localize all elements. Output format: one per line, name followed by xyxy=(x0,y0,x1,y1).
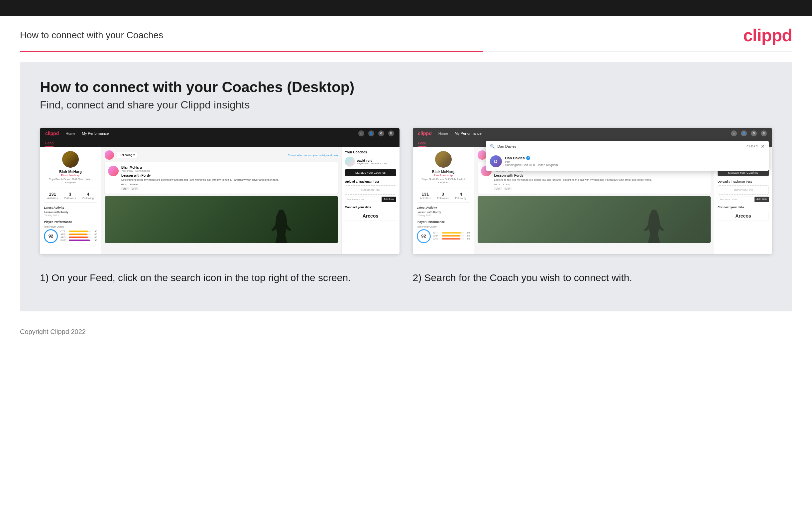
tag-app-2: APP xyxy=(504,187,512,190)
feed-tab-item-2[interactable]: Feed xyxy=(418,141,426,147)
arg-track xyxy=(69,237,91,238)
feed-tab-item[interactable]: Feed xyxy=(45,141,53,147)
result-avatar: D xyxy=(490,155,502,167)
coach-name-right: David Ford xyxy=(357,159,387,162)
trackman-input-2[interactable]: Trackman Link xyxy=(718,197,753,202)
arg-value-2: 86 xyxy=(465,238,470,240)
page-title: How to connect with your Coaches xyxy=(20,30,163,41)
lesson-info: Blair McHarg Yesterday · Sunningdale Les… xyxy=(121,166,335,190)
player-performance-2: Player Performance Total Player Quality … xyxy=(417,220,470,243)
arccos-logo-2: Arccos xyxy=(718,211,769,221)
ott-track-2 xyxy=(442,232,464,234)
app-fill xyxy=(69,234,87,235)
search-result[interactable]: D Dan Davies ✓ Pro Sunningdale Golf Club… xyxy=(486,152,769,171)
connect-data-title-2: Connect your data xyxy=(718,206,769,209)
activity-date: 03 Aug 2022 xyxy=(44,214,97,217)
following-button[interactable]: Following ▾ xyxy=(117,152,138,158)
tag-ott: OTT xyxy=(121,187,129,190)
quality-section: 92 OTT 90 APP xyxy=(44,229,97,243)
app-nav-1: clippd Home My Performance ⌕ 👤 ⚙ B xyxy=(40,128,399,139)
trackman-section-2: Upload a Trackman Test Trackman Link Tra… xyxy=(718,180,769,202)
avatar-icon[interactable]: B xyxy=(388,130,394,136)
quality-bars-2: OTT 90 APP 85 xyxy=(433,231,470,241)
search-query[interactable]: Dan Davies xyxy=(497,144,744,149)
putt-value: 96 xyxy=(92,239,97,242)
top-bar xyxy=(0,0,812,16)
trackman-input[interactable]: Trackman Link xyxy=(345,197,381,202)
app-value: 85 xyxy=(92,233,97,236)
ott-bar: OTT 90 xyxy=(60,230,97,232)
result-role: Pro xyxy=(505,160,765,163)
captions-row: 1) On your Feed, click on the search ico… xyxy=(40,271,772,285)
coach-avatar-right xyxy=(345,157,355,167)
followers-value-2: 3 xyxy=(437,192,448,197)
search-clear-button[interactable]: CLEAR xyxy=(747,145,758,148)
quality-score: 92 xyxy=(44,229,58,243)
nav-my-performance[interactable]: My Performance xyxy=(82,131,109,135)
add-link-button-2[interactable]: Add Link xyxy=(755,197,769,202)
manage-coaches-button[interactable]: Manage Your Coaches xyxy=(345,169,396,176)
connect-data-title: Connect your data xyxy=(345,206,396,209)
nav-my-performance-2[interactable]: My Performance xyxy=(455,131,482,135)
arg-bar-2: ARG 86 xyxy=(433,238,470,240)
profile-avatar xyxy=(62,151,79,168)
search-close-button[interactable]: ✕ xyxy=(761,144,765,149)
app-nav-2: clippd Home My Performance ⌕ 👤 ⚙ B xyxy=(413,128,772,139)
nav-home-2[interactable]: Home xyxy=(438,131,448,135)
connect-data-section: Connect your data Arccos xyxy=(345,206,396,221)
tag-app: APP xyxy=(131,187,139,190)
ott-fill-2 xyxy=(442,232,461,234)
trackman-link-box: Trackman Link xyxy=(345,185,396,195)
coaches-title: Your Coaches xyxy=(345,151,396,154)
search-icon-2[interactable]: ⌕ xyxy=(731,130,737,136)
app-label: APP xyxy=(60,233,68,236)
control-link[interactable]: Control who can see your activity and da… xyxy=(288,154,338,157)
photo-area-2 xyxy=(478,196,711,243)
page-footer: Copyright Clippd 2022 xyxy=(0,322,812,349)
app-right-1: Your Coaches David Ford Royal North Devo… xyxy=(341,147,399,254)
quality-section-2: 92 OTT 90 APP xyxy=(417,229,470,243)
settings-icon[interactable]: ⚙ xyxy=(378,130,384,136)
lesson-card: Blair McHarg Yesterday · Sunningdale Les… xyxy=(105,162,338,194)
ott-bar-2: OTT 90 xyxy=(433,231,470,234)
activities-label-2: Activities xyxy=(420,197,431,200)
latest-activity: Latest Activity Lesson with Fordy 03 Aug… xyxy=(44,206,97,217)
arg-label: ARG xyxy=(60,236,68,239)
latest-activity-title: Latest Activity xyxy=(44,206,97,209)
section-subtitle: Find, connect and share your Clippd insi… xyxy=(40,99,772,111)
arccos-logo: Arccos xyxy=(345,211,396,221)
header-divider xyxy=(20,51,792,52)
profile-section: Blair McHarg Plus Handicap Royal North D… xyxy=(44,151,97,185)
trackman-title: Upload a Trackman Test xyxy=(345,180,396,183)
result-club: Sunningdale Golf Club, United Kingdom xyxy=(505,163,765,167)
profile-section-2: Blair McHarg Plus Handicap Royal North D… xyxy=(417,151,470,185)
nav-home[interactable]: Home xyxy=(65,131,75,135)
followers-label: Followers xyxy=(64,197,76,200)
feed-tab: Feed xyxy=(40,139,399,147)
user-icon[interactable]: 👤 xyxy=(368,130,374,136)
copyright-text: Copyright Clippd 2022 xyxy=(20,328,86,335)
user-icon-2[interactable]: 👤 xyxy=(741,130,747,136)
avatar-icon-2[interactable]: B xyxy=(761,130,767,136)
following-value: 4 xyxy=(83,192,94,197)
following-label-2: Following xyxy=(456,197,467,200)
caption-2: 2) Search for the Coach you wish to conn… xyxy=(413,271,772,285)
avatar-img-2 xyxy=(435,151,452,168)
putt-bar: PUTT 96 xyxy=(60,239,97,242)
lesson-coach-avatar xyxy=(105,151,114,160)
trackman-title-2: Upload a Trackman Test xyxy=(718,180,769,183)
add-link-button[interactable]: Add Link xyxy=(382,197,396,202)
profile-club: Royal North Devon Golf Club, United King… xyxy=(44,178,97,185)
coach-avatar xyxy=(108,166,118,176)
tag-ott-2: OTT xyxy=(494,187,502,190)
result-name: Dan Davies ✓ xyxy=(505,156,765,160)
putt-label: PUTT xyxy=(60,239,68,242)
activities-value: 131 xyxy=(47,192,58,197)
activities-label: Activities xyxy=(47,197,58,200)
profile-handicap: Plus Handicap xyxy=(44,174,97,177)
trackman-section: Upload a Trackman Test Trackman Link Tra… xyxy=(345,180,396,202)
settings-icon-2[interactable]: ⚙ xyxy=(751,130,757,136)
perf-title-2: Player Performance xyxy=(417,220,470,223)
app-mockup-1: clippd Home My Performance ⌕ 👤 ⚙ B Feed xyxy=(40,128,399,254)
search-icon[interactable]: ⌕ xyxy=(358,130,364,136)
